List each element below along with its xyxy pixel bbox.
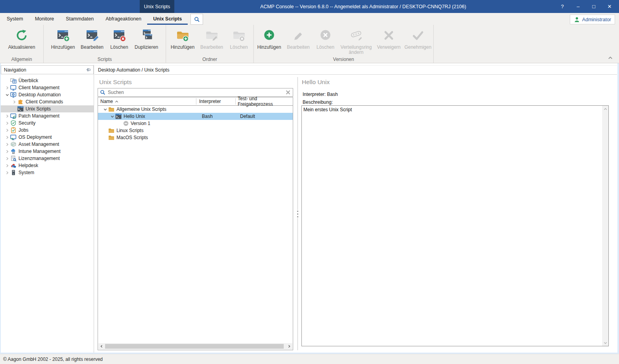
scroll-left-icon[interactable] <box>98 343 105 349</box>
row-name: Linux Scripts <box>116 128 144 133</box>
chevron-down-icon[interactable] <box>4 92 10 98</box>
os-deployment-icon <box>10 134 17 140</box>
folder-add-button[interactable]: Hinzufügen <box>168 27 197 50</box>
version-delete-button[interactable]: Löschen <box>313 27 338 50</box>
clear-search-icon[interactable] <box>285 90 291 95</box>
sidebar-item-client-commands[interactable]: Client Commands <box>1 98 94 105</box>
user-icon <box>574 17 580 23</box>
titlebar-active-tab[interactable]: Unix Scripts <box>140 0 174 13</box>
folder-delete-button[interactable]: Löschen <box>226 27 251 50</box>
copyright-text: © Aagon GmbH 2002 - 2025, all rights res… <box>3 357 103 362</box>
vertical-scrollbar[interactable] <box>602 106 608 346</box>
ribbon-group-allgemein: Aktualisieren Allgemein <box>0 25 44 63</box>
chevron-down-icon[interactable] <box>102 106 108 112</box>
table-row-version-1[interactable]: Version 1 <box>98 120 293 127</box>
sidebar-item-label: Client Commands <box>26 99 63 105</box>
version-deny-button[interactable]: Verweigern <box>374 27 403 50</box>
menu-system[interactable]: System <box>1 13 29 25</box>
refresh-button[interactable]: Aktualisieren <box>2 27 41 50</box>
chevron-right-icon[interactable] <box>11 99 17 105</box>
folder-icon <box>108 134 115 141</box>
search-input[interactable] <box>107 89 284 96</box>
menu-unix-scripts[interactable]: Unix Scripts <box>147 13 188 25</box>
client-management-icon <box>10 85 17 91</box>
sidebar-item-unix-scripts[interactable]: Unix Scripts <box>1 105 94 112</box>
maximize-button[interactable]: □ <box>586 0 602 13</box>
ribbon-collapse-icon[interactable] <box>608 55 613 60</box>
pin-icon[interactable] <box>85 67 91 73</box>
detail-panel-title: Hello Unix <box>302 79 330 86</box>
table-row-script-hello-unix[interactable]: Hello Unix Bash Default <box>98 113 293 120</box>
scroll-up-icon[interactable] <box>602 106 608 112</box>
horizontal-scrollbar[interactable] <box>98 343 292 349</box>
version-approve-button[interactable]: Genehmigen <box>403 27 432 50</box>
administrator-button[interactable]: Administrator <box>570 15 615 24</box>
sidebar-item-system[interactable]: System <box>1 169 94 176</box>
description-box[interactable]: Mein erstes Unix Script <box>301 105 609 346</box>
folder-edit-icon-disabled <box>205 29 218 42</box>
sidebar-item-patch-management[interactable]: Patch Management <box>1 112 94 119</box>
helpdesk-icon <box>10 162 17 169</box>
table-row-folder-macos[interactable]: MacOS Scripts <box>98 134 293 141</box>
version-add-button[interactable]: Hinzufügen <box>255 27 284 50</box>
sidebar-item-label: Patch Management <box>18 113 59 119</box>
sidebar-item-label: Helpdesk <box>18 163 38 168</box>
menu-search-button[interactable] <box>190 14 203 25</box>
sidebar-item-lizenzmanagement[interactable]: Lizenzmanagement <box>1 155 94 162</box>
version-ring-button[interactable]: Verteilungsring ändern <box>338 27 374 55</box>
column-header-name[interactable]: Name <box>100 99 118 104</box>
script-duplicate-button[interactable]: Duplizieren <box>132 27 161 50</box>
script-edit-button[interactable]: Bearbeiten <box>78 27 107 50</box>
minimize-button[interactable]: – <box>570 0 586 13</box>
chevron-right-icon[interactable] <box>4 127 10 133</box>
chevron-down-icon[interactable] <box>109 113 115 119</box>
help-button[interactable]: ? <box>554 0 570 13</box>
table-row-folder-allgemeine[interactable]: Allgemeine Unix Scripts <box>98 106 293 113</box>
script-delete-button[interactable]: Löschen <box>107 27 132 50</box>
close-button[interactable]: ✕ <box>602 0 617 13</box>
menu-abfrageaktionen[interactable]: Abfrageaktionen <box>100 13 147 25</box>
column-header-freigabeprozess[interactable]: Test- und Freigabeprozess <box>238 96 293 107</box>
sidebar-item-asset-management[interactable]: Asset Management <box>1 141 94 148</box>
folder-delete-icon-disabled <box>232 29 246 42</box>
column-header-interpreter[interactable]: Interpreter <box>199 99 221 104</box>
chevron-right-icon[interactable] <box>4 162 10 169</box>
search-box[interactable] <box>98 88 293 97</box>
scroll-down-icon[interactable] <box>602 340 608 346</box>
navigation-tree: Überblick Client Management Desktop Auto… <box>1 74 94 176</box>
script-edit-icon <box>85 29 99 42</box>
distribution-ring-icon-disabled <box>349 29 363 42</box>
splitter-handle[interactable] <box>297 210 299 218</box>
sidebar-item-jobs[interactable]: Jobs <box>1 127 94 134</box>
menu-stammdaten[interactable]: Stammdaten <box>60 13 100 25</box>
sidebar-item-ueberblick[interactable]: Überblick <box>1 77 94 84</box>
sidebar-item-client-management[interactable]: Client Management <box>1 84 94 91</box>
description-text: Mein erstes Unix Script <box>303 107 600 112</box>
chevron-right-icon[interactable] <box>4 155 10 162</box>
chevron-right-icon[interactable] <box>4 85 10 91</box>
chevron-right-icon[interactable] <box>4 120 10 126</box>
chevron-right-icon[interactable] <box>4 169 10 176</box>
chevron-right-icon[interactable] <box>4 134 10 140</box>
row-name: MacOS Scripts <box>116 135 148 140</box>
sidebar-item-security[interactable]: Security <box>1 119 94 127</box>
version-edit-button[interactable]: Bearbeiten <box>284 27 313 50</box>
sidebar-item-os-deployment[interactable]: OS Deployment <box>1 134 94 141</box>
chevron-right-icon[interactable] <box>4 148 10 154</box>
scripts-table: Name Interpreter Test- und Freigabeproze… <box>98 97 293 350</box>
table-row-folder-linux[interactable]: Linux Scripts <box>98 127 293 134</box>
folder-edit-button[interactable]: Bearbeiten <box>197 27 226 50</box>
sidebar-item-desktop-automation[interactable]: Desktop Automation <box>1 91 94 98</box>
scrollbar-thumb[interactable] <box>105 344 284 349</box>
chevron-right-icon[interactable] <box>4 141 10 147</box>
scroll-right-icon[interactable] <box>286 343 292 349</box>
chevron-right-icon[interactable] <box>4 113 10 119</box>
sidebar-item-helpdesk[interactable]: Helpdesk <box>1 162 94 169</box>
overview-icon <box>10 77 17 84</box>
sidebar-item-intune-management[interactable]: Intune Management <box>1 148 94 155</box>
menu-monitore[interactable]: Monitore <box>29 13 60 25</box>
patch-management-icon <box>10 113 17 119</box>
group-label-ordner: Ordner <box>166 56 253 63</box>
script-add-button[interactable]: Hinzufügen <box>48 27 78 50</box>
script-delete-icon <box>113 29 126 42</box>
